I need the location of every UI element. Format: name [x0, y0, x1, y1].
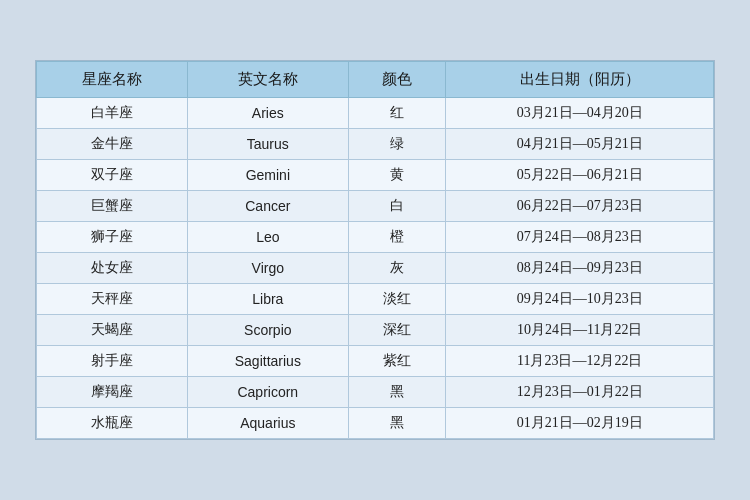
cell-english-name: Sagittarius [187, 346, 348, 377]
cell-dates: 10月24日—11月22日 [446, 315, 714, 346]
cell-dates: 06月22日—07月23日 [446, 191, 714, 222]
cell-color: 灰 [349, 253, 446, 284]
cell-chinese-name: 射手座 [37, 346, 188, 377]
table-row: 双子座Gemini黄05月22日—06月21日 [37, 160, 714, 191]
cell-dates: 07月24日—08月23日 [446, 222, 714, 253]
cell-color: 红 [349, 98, 446, 129]
cell-dates: 03月21日—04月20日 [446, 98, 714, 129]
table-row: 巨蟹座Cancer白06月22日—07月23日 [37, 191, 714, 222]
zodiac-table-container: 星座名称 英文名称 颜色 出生日期（阳历） 白羊座Aries红03月21日—04… [35, 60, 715, 440]
cell-english-name: Leo [187, 222, 348, 253]
cell-color: 橙 [349, 222, 446, 253]
table-row: 白羊座Aries红03月21日—04月20日 [37, 98, 714, 129]
cell-english-name: Capricorn [187, 377, 348, 408]
cell-chinese-name: 金牛座 [37, 129, 188, 160]
table-row: 天蝎座Scorpio深红10月24日—11月22日 [37, 315, 714, 346]
cell-english-name: Cancer [187, 191, 348, 222]
cell-english-name: Aquarius [187, 408, 348, 439]
table-row: 金牛座Taurus绿04月21日—05月21日 [37, 129, 714, 160]
table-row: 处女座Virgo灰08月24日—09月23日 [37, 253, 714, 284]
cell-chinese-name: 摩羯座 [37, 377, 188, 408]
cell-dates: 12月23日—01月22日 [446, 377, 714, 408]
header-chinese-name: 星座名称 [37, 62, 188, 98]
cell-english-name: Aries [187, 98, 348, 129]
cell-dates: 05月22日—06月21日 [446, 160, 714, 191]
cell-chinese-name: 狮子座 [37, 222, 188, 253]
header-english-name: 英文名称 [187, 62, 348, 98]
cell-dates: 08月24日—09月23日 [446, 253, 714, 284]
cell-chinese-name: 天秤座 [37, 284, 188, 315]
cell-english-name: Taurus [187, 129, 348, 160]
header-dates: 出生日期（阳历） [446, 62, 714, 98]
header-color: 颜色 [349, 62, 446, 98]
cell-dates: 09月24日—10月23日 [446, 284, 714, 315]
cell-dates: 01月21日—02月19日 [446, 408, 714, 439]
cell-english-name: Scorpio [187, 315, 348, 346]
zodiac-table: 星座名称 英文名称 颜色 出生日期（阳历） 白羊座Aries红03月21日—04… [36, 61, 714, 439]
table-row: 水瓶座Aquarius黑01月21日—02月19日 [37, 408, 714, 439]
cell-chinese-name: 处女座 [37, 253, 188, 284]
cell-english-name: Libra [187, 284, 348, 315]
cell-color: 黑 [349, 408, 446, 439]
cell-color: 紫红 [349, 346, 446, 377]
cell-color: 白 [349, 191, 446, 222]
cell-color: 绿 [349, 129, 446, 160]
cell-color: 淡红 [349, 284, 446, 315]
cell-chinese-name: 巨蟹座 [37, 191, 188, 222]
cell-chinese-name: 水瓶座 [37, 408, 188, 439]
cell-chinese-name: 天蝎座 [37, 315, 188, 346]
cell-english-name: Gemini [187, 160, 348, 191]
cell-chinese-name: 白羊座 [37, 98, 188, 129]
cell-english-name: Virgo [187, 253, 348, 284]
table-row: 射手座Sagittarius紫红11月23日—12月22日 [37, 346, 714, 377]
cell-dates: 11月23日—12月22日 [446, 346, 714, 377]
cell-dates: 04月21日—05月21日 [446, 129, 714, 160]
cell-color: 黑 [349, 377, 446, 408]
table-row: 天秤座Libra淡红09月24日—10月23日 [37, 284, 714, 315]
table-row: 摩羯座Capricorn黑12月23日—01月22日 [37, 377, 714, 408]
cell-color: 黄 [349, 160, 446, 191]
cell-color: 深红 [349, 315, 446, 346]
table-header-row: 星座名称 英文名称 颜色 出生日期（阳历） [37, 62, 714, 98]
table-row: 狮子座Leo橙07月24日—08月23日 [37, 222, 714, 253]
cell-chinese-name: 双子座 [37, 160, 188, 191]
